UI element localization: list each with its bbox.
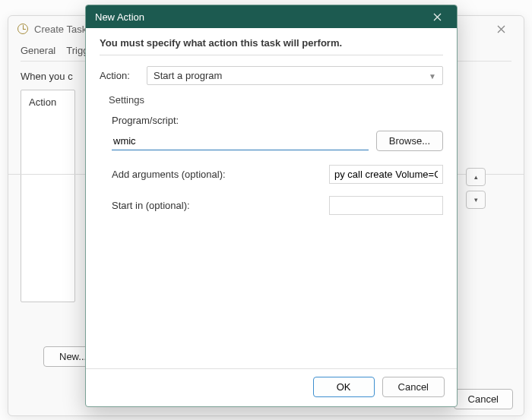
- instruction-text: You must specify what action this task w…: [100, 37, 443, 55]
- ok-button[interactable]: OK: [313, 377, 375, 397]
- dialog-footer: OK Cancel: [86, 368, 457, 406]
- new-action-dialog: New Action You must specify what action …: [85, 5, 458, 407]
- dialog-title: New Action: [95, 11, 144, 23]
- parent-cancel-button[interactable]: Cancel: [454, 389, 513, 409]
- action-dropdown-value: Start a program: [154, 70, 222, 81]
- cancel-button[interactable]: Cancel: [382, 377, 445, 397]
- browse-button[interactable]: Browse...: [376, 131, 443, 151]
- arguments-input[interactable]: [329, 165, 443, 184]
- chevron-down-icon: ▼: [429, 71, 436, 80]
- column-header-action: Action: [29, 96, 56, 108]
- move-up-button[interactable]: ▴: [466, 168, 486, 186]
- close-icon[interactable]: [426, 8, 448, 25]
- tab-general[interactable]: General: [21, 45, 55, 56]
- settings-header: Settings: [109, 94, 443, 106]
- arguments-label: Add arguments (optional):: [112, 169, 321, 180]
- action-dropdown[interactable]: Start a program ▼: [147, 66, 443, 85]
- dialog-titlebar: New Action: [86, 5, 457, 28]
- parent-title: Create Task: [34, 24, 87, 35]
- close-icon[interactable]: [487, 18, 515, 39]
- move-down-button[interactable]: ▾: [466, 191, 486, 209]
- program-label: Program/script:: [112, 115, 443, 126]
- startin-label: Start in (optional):: [112, 200, 321, 211]
- clock-icon: [17, 24, 28, 34]
- actions-listbox[interactable]: Action: [21, 90, 75, 302]
- program-input[interactable]: [112, 132, 369, 150]
- action-label: Action:: [100, 70, 141, 81]
- startin-input[interactable]: [329, 196, 443, 215]
